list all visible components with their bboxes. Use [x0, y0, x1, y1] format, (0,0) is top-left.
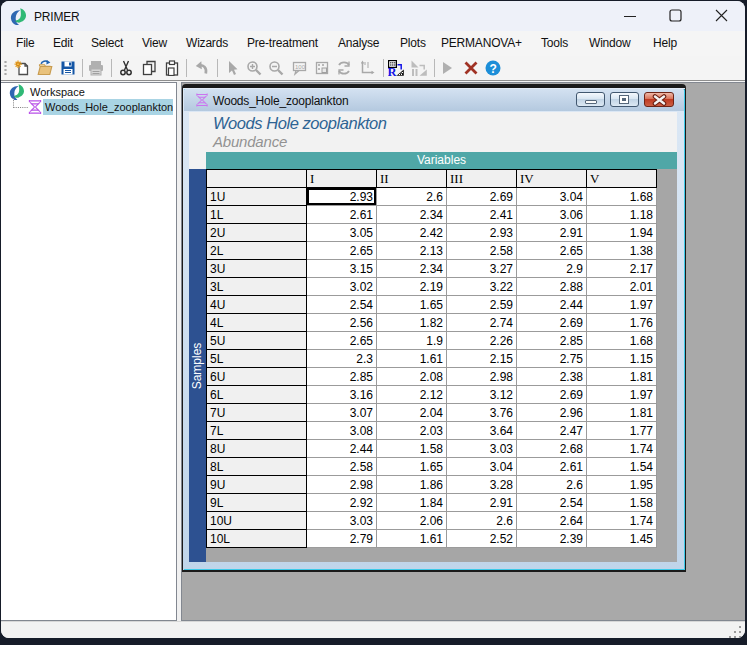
svg-text:R: R [388, 65, 398, 77]
svg-text:100: 100 [295, 64, 306, 70]
svg-text:?: ? [490, 62, 497, 76]
